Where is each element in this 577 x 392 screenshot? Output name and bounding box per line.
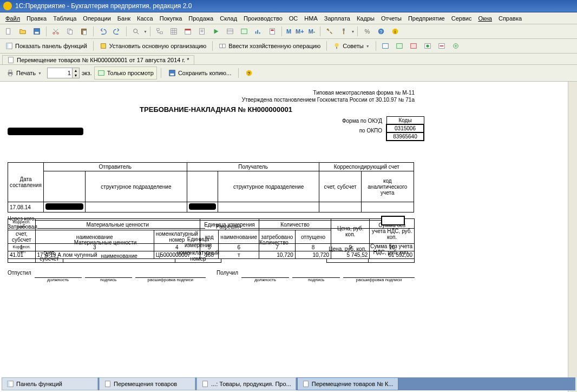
report-icon[interactable] — [266, 25, 279, 38]
calendar-icon[interactable] — [181, 25, 194, 38]
svg-rect-14 — [185, 29, 191, 31]
svg-rect-22 — [343, 31, 344, 34]
svg-rect-28 — [6, 43, 9, 49]
menu-sale[interactable]: Продажа — [185, 14, 217, 23]
new-icon[interactable] — [2, 25, 15, 38]
tool-icon[interactable] — [323, 25, 336, 38]
svg-rect-15 — [200, 29, 205, 35]
main-toolbar-1: ▼ М М+ М- ▼ % ? i — [0, 24, 577, 39]
xtra4-icon[interactable] — [421, 39, 434, 52]
form-line-2: Утверждена постановлением Госкомстата Ро… — [8, 96, 415, 103]
doc-viewport[interactable]: Типовая межотраслевая форма № М-11 Утвер… — [0, 82, 577, 392]
doc-tab-label: Перемещение товаров № КН000000001 от 17 … — [17, 57, 189, 63]
svg-rect-41 — [9, 57, 14, 63]
copy-icon[interactable] — [63, 25, 76, 38]
enter-op-btn[interactable]: Ввести хозяйственную операцию — [215, 39, 324, 52]
menu-help[interactable]: Справка — [495, 14, 525, 23]
taskbar: Панель функций Перемещения товаров ...: … — [2, 377, 575, 390]
xtra6-icon[interactable] — [449, 39, 462, 52]
task-moves-list[interactable]: Перемещения товаров — [99, 377, 195, 390]
table-icon[interactable] — [238, 25, 251, 38]
percent-icon[interactable]: % — [360, 25, 373, 38]
mem-mplus-btn[interactable]: М+ — [294, 28, 306, 35]
view-only-btn[interactable]: Только просмотр — [94, 67, 157, 79]
info-icon[interactable]: i — [389, 25, 402, 38]
help-icon[interactable]: ? — [375, 25, 388, 38]
svg-rect-43 — [9, 70, 11, 72]
play-icon[interactable] — [209, 25, 222, 38]
copies-suffix: экз. — [82, 70, 92, 76]
svg-point-38 — [426, 44, 429, 47]
svg-rect-53 — [203, 381, 208, 387]
svg-rect-6 — [69, 30, 72, 34]
doc-icon[interactable] — [195, 25, 208, 38]
menu-os[interactable]: ОС — [286, 14, 301, 23]
menu-purchase[interactable]: Покупка — [156, 14, 186, 23]
open-icon[interactable] — [16, 25, 29, 38]
svg-rect-10 — [157, 29, 159, 31]
menu-edit[interactable]: Правка — [23, 14, 50, 23]
paste-icon[interactable] — [77, 25, 90, 38]
menu-hr[interactable]: Кадры — [353, 14, 378, 23]
save-icon[interactable] — [30, 25, 43, 38]
mem-m-btn[interactable]: М — [285, 28, 293, 35]
xtra3-icon[interactable] — [407, 39, 420, 52]
menu-salary[interactable]: Зарплата — [321, 14, 353, 23]
menu-warehouse[interactable]: Склад — [217, 14, 240, 23]
svg-rect-31 — [222, 44, 225, 48]
approved-label: Разрешил — [216, 224, 241, 230]
search-icon[interactable] — [129, 25, 142, 38]
item-row: 41.01 17 А-19 А лом чугунный ЦБ000000007… — [8, 251, 415, 259]
task-current-doc[interactable]: Перемещение товаров № К... — [297, 377, 398, 390]
menu-nma[interactable]: НМА — [301, 14, 320, 23]
org-name-redacted — [8, 128, 83, 135]
menu-enterprise[interactable]: Предприятие — [405, 14, 448, 23]
xtra5-icon[interactable] — [435, 39, 448, 52]
show-panel-btn[interactable]: Показать панель функций — [2, 39, 90, 52]
xtra2-icon[interactable] — [393, 39, 406, 52]
tips-btn[interactable]: Советы ▼ — [330, 39, 372, 52]
via-whom-box[interactable] — [381, 216, 405, 225]
main-toolbar-2: Показать панель функций Установить основ… — [0, 39, 577, 54]
tree-icon[interactable] — [153, 25, 166, 38]
list-icon[interactable] — [224, 25, 237, 38]
svg-rect-21 — [343, 29, 345, 31]
print-btn[interactable]: Печать ▼ — [3, 67, 45, 79]
codes-header: Коды — [386, 117, 424, 125]
main-menu: Файл Правка Таблица Операции Банк Касса … — [0, 12, 577, 24]
svg-rect-45 — [98, 71, 104, 76]
cut-icon[interactable] — [49, 25, 62, 38]
okud-label: Форма по ОКУД — [342, 116, 382, 126]
released-label: Отпустил — [8, 270, 31, 276]
menu-reports[interactable]: Отчеты — [378, 14, 405, 23]
mem-mminus-btn[interactable]: М- — [307, 28, 317, 35]
requested-label: Затребовал — [8, 224, 37, 230]
svg-text:i: i — [395, 29, 396, 35]
task-panel-functions[interactable]: Панель функций — [2, 377, 98, 390]
task-goods[interactable]: ...: Товары, продукция. Про... — [196, 377, 296, 390]
svg-point-9 — [134, 29, 137, 33]
menu-table[interactable]: Таблица — [50, 14, 80, 23]
window-title: 1С:Предприятие - Бухгалтерия предприятия… — [15, 2, 192, 10]
redo-icon[interactable] — [110, 25, 123, 38]
vertical-scrollbar[interactable] — [568, 82, 577, 392]
doc-help-icon[interactable]: ? — [242, 67, 255, 79]
xtra1-icon[interactable] — [379, 39, 392, 52]
grid-icon[interactable] — [167, 25, 180, 38]
menu-bank[interactable]: Банк — [114, 14, 134, 23]
menu-production[interactable]: Производство — [240, 14, 286, 23]
set-main-org-btn[interactable]: Установить основную организацию — [96, 39, 210, 52]
hammer-icon[interactable] — [337, 25, 350, 38]
undo-icon[interactable] — [96, 25, 109, 38]
menu-service[interactable]: Сервис — [448, 14, 475, 23]
menu-windows[interactable]: Окна — [475, 14, 495, 23]
chart-icon[interactable] — [252, 25, 265, 38]
svg-rect-12 — [171, 29, 177, 35]
svg-rect-30 — [220, 44, 222, 48]
copies-spinner[interactable]: 1 ▲▼ — [47, 68, 80, 78]
doc-tab[interactable]: Перемещение товаров № КН000000001 от 17 … — [2, 55, 194, 64]
menu-cash[interactable]: Касса — [134, 14, 156, 23]
menu-file[interactable]: Файл — [2, 14, 23, 23]
menu-operations[interactable]: Операции — [80, 14, 114, 23]
save-copy-btn[interactable]: Сохранить копию... — [165, 67, 234, 79]
